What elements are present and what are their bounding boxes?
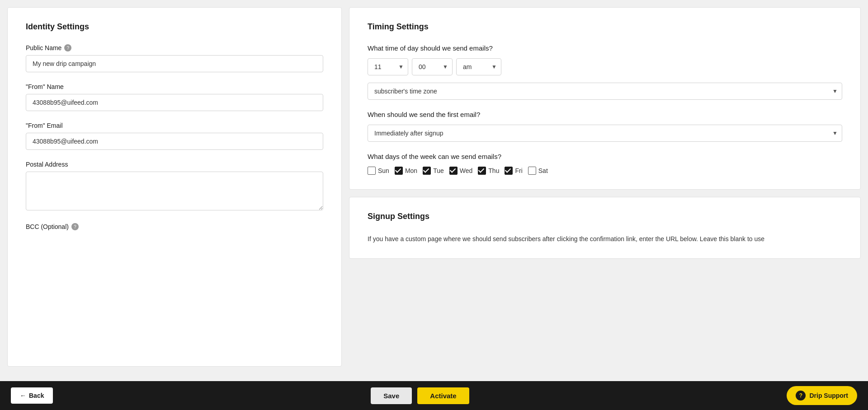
- timezone-select-wrapper: subscriber's time zone UTC America/New_Y…: [368, 83, 842, 100]
- bottom-left: ← Back: [11, 387, 53, 404]
- day-checkbox-fri[interactable]: [505, 167, 513, 175]
- support-circle-icon: ?: [796, 391, 806, 401]
- day-label-thu: Thu: [488, 167, 499, 174]
- right-panel: Timing Settings What time of day should …: [349, 7, 861, 367]
- public-name-label: Public Name ?: [26, 44, 323, 51]
- timing-settings-title: Timing Settings: [368, 22, 842, 32]
- identity-settings-title: Identity Settings: [26, 22, 323, 32]
- minute-select-wrapper: 00 153045 ▼: [412, 58, 453, 75]
- day-item-sat: Sat: [528, 167, 548, 175]
- day-checkbox-mon[interactable]: [395, 167, 403, 175]
- signup-settings-description: If you have a custom page where we shoul…: [368, 234, 842, 244]
- day-checkbox-tue[interactable]: [423, 167, 431, 175]
- bcc-label: BCC (Optional) ?: [26, 223, 323, 230]
- save-button[interactable]: Save: [371, 387, 412, 404]
- day-checkbox-sat[interactable]: [528, 167, 536, 175]
- public-name-input[interactable]: [26, 55, 323, 72]
- back-button[interactable]: ← Back: [11, 387, 53, 404]
- drip-support-button[interactable]: ? Drip Support: [787, 386, 857, 405]
- postal-address-label: Postal Address: [26, 161, 323, 168]
- day-label-sun: Sun: [378, 167, 389, 174]
- time-selectors: 11 123 456 789 1012 ▼ 00 153045 ▼: [368, 58, 842, 75]
- postal-address-group: Postal Address: [26, 161, 323, 212]
- first-email-section: When should we send the first email? Imm…: [368, 111, 842, 142]
- public-name-group: Public Name ?: [26, 44, 323, 72]
- from-name-group: "From" Name: [26, 83, 323, 111]
- first-email-select-wrapper: Immediately after signup 1 day after sig…: [368, 125, 842, 142]
- timezone-select[interactable]: subscriber's time zone UTC America/New_Y…: [368, 83, 842, 100]
- bottom-bar: ← Back Save Activate ? Drip Support: [0, 381, 868, 410]
- day-label-mon: Mon: [405, 167, 417, 174]
- from-email-group: "From" Email: [26, 122, 323, 150]
- hour-select-wrapper: 11 123 456 789 1012 ▼: [368, 58, 408, 75]
- from-email-input[interactable]: [26, 133, 323, 150]
- from-name-input[interactable]: [26, 94, 323, 111]
- ampm-select-wrapper: am pm ▼: [456, 58, 501, 75]
- day-item-fri: Fri: [505, 167, 522, 175]
- day-label-tue: Tue: [433, 167, 444, 174]
- day-label-wed: Wed: [460, 167, 473, 174]
- minute-select[interactable]: 00 153045: [412, 58, 453, 75]
- bottom-center: Save Activate: [371, 387, 469, 404]
- first-email-select[interactable]: Immediately after signup 1 day after sig…: [368, 125, 842, 142]
- from-name-label: "From" Name: [26, 83, 323, 90]
- days-section: What days of the week can we send emails…: [368, 153, 842, 175]
- day-label-fri: Fri: [515, 167, 522, 174]
- signup-settings-panel: Signup Settings If you have a custom pag…: [349, 197, 861, 259]
- day-item-sun: Sun: [368, 167, 389, 175]
- day-item-wed: Wed: [449, 167, 473, 175]
- bcc-group: BCC (Optional) ?: [26, 223, 323, 230]
- public-name-help-icon[interactable]: ?: [64, 44, 71, 51]
- day-checkbox-wed[interactable]: [449, 167, 458, 175]
- hour-select[interactable]: 11 123 456 789 1012: [368, 58, 408, 75]
- timing-settings-panel: Timing Settings What time of day should …: [349, 7, 861, 190]
- bcc-help-icon[interactable]: ?: [71, 223, 79, 230]
- day-item-thu: Thu: [478, 167, 499, 175]
- activate-button[interactable]: Activate: [417, 387, 469, 404]
- day-checkbox-thu[interactable]: [478, 167, 486, 175]
- first-email-question: When should we send the first email?: [368, 111, 842, 118]
- day-item-tue: Tue: [423, 167, 444, 175]
- back-arrow-icon: ←: [20, 392, 26, 399]
- bottom-right: ? Drip Support: [787, 386, 857, 405]
- day-item-mon: Mon: [395, 167, 417, 175]
- days-question: What days of the week can we send emails…: [368, 153, 842, 160]
- signup-settings-title: Signup Settings: [368, 212, 842, 221]
- identity-settings-panel: Identity Settings Public Name ? "From" N…: [7, 7, 342, 367]
- day-checkbox-sun[interactable]: [368, 167, 376, 175]
- day-label-sat: Sat: [538, 167, 548, 174]
- days-row: Sun Mon Tue Wed: [368, 167, 842, 175]
- from-email-label: "From" Email: [26, 122, 323, 129]
- ampm-select[interactable]: am pm: [456, 58, 501, 75]
- postal-address-input[interactable]: [26, 172, 323, 210]
- time-question: What time of day should we send emails?: [368, 44, 842, 52]
